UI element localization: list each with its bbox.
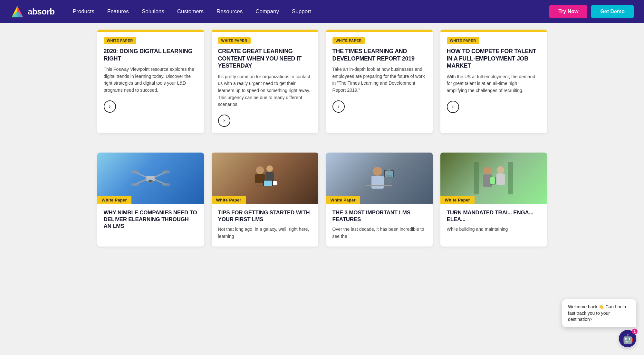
svg-rect-26 [366, 185, 392, 186]
svg-rect-20 [264, 181, 272, 186]
card-badge-3: White Paper [332, 37, 365, 44]
svg-rect-34 [496, 173, 505, 185]
card-body-2: CREATE GREAT LEARNING CONTENT WHEN YOU N… [212, 44, 318, 133]
image-card-2: White Paper TIPS FOR GETTING STARTED WIT… [212, 153, 318, 247]
nav-actions: Try Now Get Demo [549, 5, 634, 18]
image-card-1: White Paper WHY NIMBLE COMPANIES NEED TO… [97, 153, 204, 247]
svg-point-33 [497, 166, 504, 173]
image-card-3: White Paper THE 3 MOST IMPORTANT LMS FEA… [326, 153, 433, 247]
image-card-body-2: TIPS FOR GETTING STARTED WITH YOUR FIRST… [212, 204, 318, 247]
card-badge-4: White Paper [447, 37, 479, 44]
top-cards-grid: White Paper 2020: DOING DIGITAL LEARNING… [97, 30, 547, 133]
image-card-desc-2: Not that long ago, in a galaxy, well, ri… [218, 226, 312, 240]
white-paper-badge-3: White Paper [326, 196, 360, 204]
resource-card-1: White Paper 2020: DOING DIGITAL LEARNING… [97, 30, 204, 133]
resource-card-4: White Paper HOW TO COMPETE FOR TALENT IN… [440, 30, 547, 133]
card-desc-4: With the US at full-employment, the dema… [447, 73, 541, 94]
svg-rect-36 [508, 162, 513, 194]
card-title-4: HOW TO COMPETE FOR TALENT IN A FULL-EMPL… [447, 48, 541, 70]
top-cards-section: White Paper 2020: DOING DIGITAL LEARNING… [0, 23, 644, 146]
card-badge-1: White Paper [104, 37, 136, 44]
resource-card-2: White Paper CREATE GREAT LEARNING CONTEN… [212, 30, 318, 133]
svg-point-16 [266, 165, 273, 172]
try-now-button[interactable]: Try Now [549, 5, 587, 18]
brand-name: absorb [28, 7, 55, 17]
nav-support[interactable]: Support [287, 6, 316, 17]
card-arrow-4[interactable]: › [447, 101, 459, 113]
card-label-bar-3 [326, 30, 433, 32]
card-label-bar-1 [97, 30, 204, 32]
image-card-title-3: THE 3 MOST IMPORTANT LMS FEATURES [332, 209, 426, 223]
image-card-title-1: WHY NIMBLE COMPANIES NEED TO DELIVER ELE… [104, 209, 197, 230]
svg-point-27 [386, 169, 392, 175]
card-desc-2: It's pretty common for organizations to … [218, 73, 312, 108]
card-arrow-2[interactable]: › [218, 115, 230, 127]
image-card-body-3: THE 3 MOST IMPORTANT LMS FEATURES Over t… [326, 204, 433, 247]
white-paper-badge-4: White Paper [440, 196, 475, 204]
svg-point-29 [484, 167, 492, 174]
image-card-4: White Paper TURN MANDATED TRAI... ENGA..… [440, 153, 547, 247]
office-illustration-1 [245, 162, 284, 194]
image-card-desc-4: While building and maintaining [447, 226, 541, 233]
card-title-3: THE TIMES LEARNING AND DEVELOPMENT REPOR… [332, 48, 426, 62]
card-title-2: CREATE GREAT LEARNING CONTENT WHEN YOU N… [218, 48, 312, 70]
svg-point-14 [256, 166, 264, 174]
white-paper-badge-2: White Paper [212, 196, 246, 204]
card-desc-1: This Fosway Viewpoint resource explores … [104, 66, 197, 94]
card-desc-3: Take an in-depth look at how businesses … [332, 66, 426, 94]
nav-customers[interactable]: Customers [172, 6, 209, 17]
card-arrow-3[interactable]: › [332, 100, 345, 113]
nav-products[interactable]: Products [68, 6, 100, 17]
svg-rect-35 [474, 162, 479, 194]
card-body-3: THE TIMES LEARNING AND DEVELOPMENT REPOR… [326, 44, 433, 119]
svg-rect-32 [490, 177, 495, 184]
card-label-bar-2 [212, 30, 318, 32]
card-body-1: 2020: DOING DIGITAL LEARNING RIGHT This … [97, 44, 204, 119]
navbar: absorb Products Features Solutions Custo… [0, 0, 644, 23]
image-card-img-1: White Paper [97, 153, 204, 204]
office-illustration-3 [474, 162, 513, 194]
resource-card-3: White Paper THE TIMES LEARNING AND DEVEL… [326, 30, 433, 133]
office-illustration-2 [360, 162, 399, 194]
get-demo-button[interactable]: Get Demo [591, 5, 634, 18]
image-card-title-4: TURN MANDATED TRAI... ENGA... ELEA... [447, 209, 541, 223]
card-body-4: HOW TO COMPETE FOR TALENT IN A FULL-EMPL… [440, 44, 547, 119]
image-card-body-1: WHY NIMBLE COMPANIES NEED TO DELIVER ELE… [97, 204, 204, 239]
logo-area[interactable]: absorb [10, 5, 55, 19]
nav-company[interactable]: Company [250, 6, 284, 17]
nav-links: Products Features Solutions Customers Re… [68, 6, 550, 17]
image-card-img-4: White Paper [440, 153, 547, 204]
image-card-img-2: White Paper [212, 153, 318, 204]
nav-features[interactable]: Features [102, 6, 134, 17]
image-card-body-4: TURN MANDATED TRAI... ENGA... ELEA... Wh… [440, 204, 547, 239]
logo-icon [10, 5, 24, 19]
drone-illustration [131, 165, 170, 191]
svg-rect-28 [386, 175, 392, 183]
bottom-cards-section: White Paper WHY NIMBLE COMPANIES NEED TO… [0, 146, 644, 259]
image-card-img-3: White Paper [326, 153, 433, 204]
svg-point-13 [149, 180, 152, 182]
white-paper-badge-1: White Paper [97, 196, 131, 204]
svg-point-22 [373, 167, 382, 176]
card-title-1: 2020: DOING DIGITAL LEARNING RIGHT [104, 48, 197, 62]
image-cards-grid: White Paper WHY NIMBLE COMPANIES NEED TO… [97, 153, 547, 247]
svg-rect-23 [371, 176, 384, 189]
card-arrow-1[interactable]: › [104, 100, 116, 113]
nav-solutions[interactable]: Solutions [137, 6, 169, 17]
image-card-title-2: TIPS FOR GETTING STARTED WITH YOUR FIRST… [218, 209, 312, 223]
card-badge-2: White Paper [218, 37, 251, 44]
image-card-desc-3: Over the last decade, it has been incred… [332, 226, 426, 240]
card-label-bar-4 [440, 30, 547, 32]
svg-rect-21 [273, 181, 277, 185]
nav-resources[interactable]: Resources [211, 6, 248, 17]
